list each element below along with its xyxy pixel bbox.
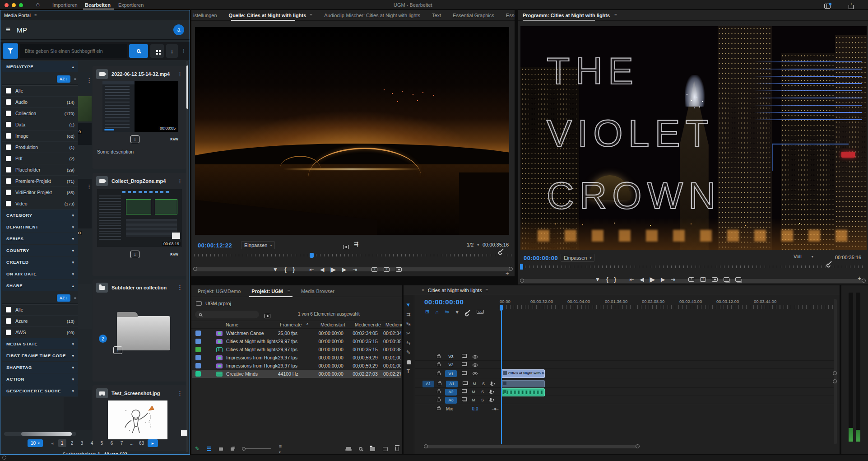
- sync-lock-icon[interactable]: [463, 399, 467, 401]
- kebab-menu-icon[interactable]: ⋮: [86, 78, 92, 83]
- ripple-edit-tool[interactable]: ↹: [406, 321, 410, 327]
- tab-text[interactable]: Text: [432, 13, 441, 18]
- lock-icon[interactable]: [437, 391, 441, 393]
- workspace-icon[interactable]: [824, 4, 831, 9]
- scroll-handle-left[interactable]: [520, 279, 524, 283]
- step-back-icon[interactable]: ◀: [640, 276, 644, 283]
- sort-lines-icon[interactable]: ≡: [74, 77, 76, 81]
- timeline-v-scrollbar[interactable]: [834, 299, 837, 444]
- checkbox[interactable]: [6, 318, 11, 324]
- checkbox[interactable]: [6, 330, 11, 335]
- clip-a1-audio[interactable]: [501, 380, 545, 387]
- goto-out-icon[interactable]: ⇥: [353, 266, 357, 273]
- traffic-light-zoom[interactable]: [19, 3, 23, 7]
- tab-partial-settings[interactable]: istellungen: [193, 13, 217, 18]
- pen-tool[interactable]: ✎: [406, 349, 410, 355]
- filter-item[interactable]: Audio(14): [2, 97, 78, 108]
- filter-item[interactable]: Premiere-Projekt(71): [2, 176, 78, 187]
- filter-item[interactable]: Image(62): [2, 130, 78, 142]
- timeline-timecode[interactable]: 00:00:00:00: [424, 298, 464, 306]
- panel-menu-icon[interactable]: ≡: [310, 13, 312, 18]
- page-size-dropdown[interactable]: 10▾: [28, 439, 43, 447]
- clip-a2-audio[interactable]: [501, 388, 545, 396]
- filter-section-mediatype[interactable]: MEDIATYPE▴: [2, 61, 78, 72]
- project-search-input[interactable]: [195, 311, 259, 318]
- voiceover-record-icon[interactable]: [490, 398, 492, 401]
- filter-item[interactable]: Pdf(2): [2, 153, 78, 164]
- filter-button[interactable]: [3, 43, 18, 59]
- scroll-handle-left[interactable]: [193, 267, 197, 271]
- source-fit-dropdown[interactable]: Einpassen ▾: [241, 241, 275, 249]
- col-framerate[interactable]: Framerate: [280, 322, 302, 327]
- track-name-v3[interactable]: V3: [445, 354, 457, 360]
- menu-bearbeiten[interactable]: Bearbeiten: [85, 2, 111, 8]
- export-frame-icon[interactable]: [712, 277, 718, 282]
- sort-asc-icon[interactable]: ∧: [306, 322, 309, 326]
- timeline-settings-icon[interactable]: [466, 310, 470, 314]
- checkbox[interactable]: [6, 167, 11, 172]
- program-playhead[interactable]: [520, 264, 523, 270]
- project-breadcrumb[interactable]: UGM.prproj: [196, 301, 231, 306]
- add-marker-icon[interactable]: ▼: [595, 276, 600, 283]
- close-icon[interactable]: ×: [422, 288, 424, 293]
- share-icon[interactable]: [849, 5, 854, 9]
- sync-lock-icon[interactable]: [463, 355, 467, 358]
- avatar[interactable]: a: [173, 24, 184, 35]
- menu-exportieren[interactable]: Exportieren: [118, 2, 144, 8]
- add-marker-icon[interactable]: ▼: [455, 309, 460, 315]
- snap-icon[interactable]: ∩: [435, 309, 439, 315]
- linked-selection-icon[interactable]: ⇋: [445, 309, 449, 315]
- page-button[interactable]: 6: [108, 441, 116, 446]
- slip-tool[interactable]: ⇆: [406, 340, 410, 346]
- table-row[interactable]: Cities at Night with lights 29,97 fps 00…: [192, 337, 401, 345]
- freeform-view-icon[interactable]: [231, 447, 234, 451]
- source-resolution-dropdown[interactable]: 1/2 ▾: [467, 242, 479, 247]
- page-button[interactable]: 7: [118, 441, 126, 446]
- sort-icon[interactable]: ≡ ▾: [279, 443, 285, 454]
- program-scrub-ticks[interactable]: [521, 265, 865, 268]
- filter-section-created[interactable]: CREATED▾: [2, 256, 78, 268]
- zoom-slider[interactable]: [242, 448, 271, 449]
- insert-icon[interactable]: [371, 267, 377, 272]
- step-back-icon[interactable]: ◀: [320, 266, 324, 273]
- kebab-menu-icon[interactable]: ⋮: [177, 72, 183, 76]
- checkbox[interactable]: [6, 122, 11, 127]
- filter-item[interactable]: Produktion(1): [2, 142, 78, 153]
- overwrite-icon[interactable]: [384, 267, 390, 272]
- filter-section-action[interactable]: ACTION▾: [2, 373, 78, 385]
- find-icon[interactable]: [359, 447, 362, 451]
- nest-icon[interactable]: ⊞: [425, 309, 429, 315]
- checkbox[interactable]: [6, 307, 11, 312]
- tab-projekt-ugm[interactable]: Projekt: UGM: [251, 289, 283, 294]
- kebab-menu-icon[interactable]: ⋮: [177, 391, 183, 396]
- play-icon[interactable]: ▶: [650, 275, 655, 284]
- writable-status-icon[interactable]: ✎: [195, 446, 200, 452]
- scroll-handle-right[interactable]: [862, 279, 866, 283]
- tab-essential-graphics[interactable]: Essential Graphics: [453, 13, 494, 18]
- checkbox[interactable]: [6, 88, 11, 93]
- card-thumbnail[interactable]: 00:00:05: [102, 81, 178, 132]
- scroll-handle-top[interactable]: [833, 371, 837, 375]
- filter-section-on-air-date[interactable]: ON AIR DATE▾: [2, 268, 78, 279]
- timeline-ruler[interactable]: 00:00 00:00:32:00 00:01:04:00 00:01:36:0…: [499, 299, 837, 311]
- sync-lock-icon[interactable]: [463, 363, 467, 366]
- track-select-tool[interactable]: ⇉: [406, 312, 410, 317]
- track-name-a2[interactable]: A2: [445, 389, 457, 396]
- filter-section-department[interactable]: DEPARTMENT▾: [2, 221, 78, 233]
- scroll-handle-bottom[interactable]: [833, 379, 837, 383]
- automate-sequence-icon[interactable]: [346, 447, 351, 451]
- checkbox[interactable]: [6, 144, 11, 150]
- tab-projekt-ugmdemo[interactable]: Projekt: UGMDemo: [198, 289, 241, 294]
- source-settings-icon[interactable]: [343, 245, 349, 249]
- panel-menu-icon[interactable]: ≡: [614, 13, 617, 18]
- col-name[interactable]: Name: [226, 322, 238, 327]
- source-patch-a1[interactable]: A1: [422, 381, 434, 387]
- download-icon[interactable]: ↓: [130, 251, 139, 258]
- eye-icon[interactable]: [473, 372, 478, 375]
- sync-lock-icon[interactable]: [463, 373, 467, 375]
- sort-lines-icon[interactable]: ≡: [74, 296, 76, 300]
- source-video-frame[interactable]: [195, 27, 509, 235]
- home-icon[interactable]: ⌂: [36, 1, 40, 8]
- table-row[interactable]: Watchmen Canoe 25,00 fps 00:00:00:00 00:…: [192, 329, 401, 337]
- new-bin-icon[interactable]: [370, 447, 375, 451]
